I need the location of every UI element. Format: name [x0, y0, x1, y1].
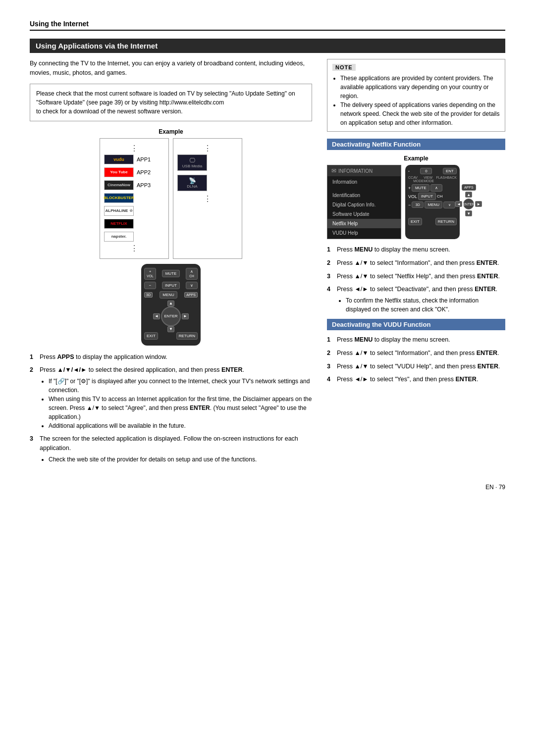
vol-minus-btn[interactable]: −: [144, 282, 156, 289]
envelope-icon: ✉: [331, 167, 336, 174]
vudu-step-content-1: Press MENU to display the menu screen.: [337, 335, 505, 345]
nav-right-btn[interactable]: ►: [182, 313, 189, 319]
step-3: 3 The screen for the selected applicatio…: [30, 434, 312, 464]
nav-row-top: ▲: [167, 301, 174, 306]
return-btn-right[interactable]: RETURN: [435, 218, 457, 225]
avmode-label: AV MODE: [413, 176, 424, 183]
vudu-section-title: Deactivating the VUDU Function: [327, 319, 505, 330]
vol-plus-btn[interactable]: +VOL: [144, 268, 156, 280]
menu-item-identification: Identification: [327, 191, 401, 200]
app1-label: APP1: [137, 156, 151, 162]
netflix-step-1: 1 Press MENU to display the menu screen.: [327, 245, 505, 254]
input-btn[interactable]: INPUT: [162, 282, 180, 289]
viewmode-label: VIEW MODE: [424, 176, 436, 183]
enter-bold-n2: ENTER: [477, 259, 497, 266]
youtube-logo: You Tube: [104, 167, 134, 177]
nav-bold: ▲/▼/◄/►: [57, 366, 87, 373]
netflix-step-content-4: Press ◄/► to select "Deactivate", and th…: [337, 285, 505, 314]
netflix-step-2: 2 Press ▲/▼ to select "Information", and…: [327, 258, 505, 268]
nav-row-bottom: ▼: [167, 326, 174, 332]
alphaline-logo: ALPHALINE ☆: [104, 206, 134, 216]
dlna-icon: 📡 DLNA: [177, 175, 207, 191]
nav-arrows: ▲ ◄ ENTER ► ▼: [144, 301, 198, 332]
apps-right-btn[interactable]: APPS: [462, 184, 476, 191]
3d-btn-small[interactable]: 3D: [412, 202, 424, 208]
ch-up-btn[interactable]: ∧CH: [186, 268, 198, 280]
apps-btn-small[interactable]: ∨: [443, 202, 455, 208]
nav-row-mid: ◄ ENTER ►: [153, 306, 189, 326]
netflix-step-num-1: 1: [327, 245, 335, 254]
usb-icon: 🖵 USB Media: [177, 154, 207, 171]
vudu-step-content-2: Press ▲/▼ to select "Information", and t…: [337, 349, 505, 358]
menu-items: Information Identification Digital Capti…: [327, 176, 401, 239]
sub-step-2b: When using this TV to access an Internet…: [49, 395, 312, 421]
nav-up-btn[interactable]: ▲: [167, 301, 174, 306]
ent-btn[interactable]: ENT: [443, 168, 457, 174]
netflix-logo: NETFLIX: [104, 219, 134, 229]
vudu-step-content-4: Press ◄/► to select "Yes", and then pres…: [337, 375, 505, 384]
mute-btn[interactable]: MUTE: [162, 270, 180, 277]
netflix-sub-steps: To confirm the Netflix status, check the…: [337, 296, 505, 314]
vudu-step-num-2: 2: [327, 349, 335, 358]
enter-circle-right[interactable]: ENTER: [463, 199, 474, 209]
vudu-step-num-4: 4: [327, 375, 335, 384]
nav-left-right[interactable]: ◄: [455, 201, 462, 207]
netflix-step-4: 4 Press ◄/► to select "Deactivate", and …: [327, 285, 505, 314]
3d-btn[interactable]: 3D: [144, 292, 153, 298]
nav-up-right[interactable]: ▲: [465, 192, 472, 198]
enter-bold-v4: ENTER: [456, 376, 477, 383]
app-item-alphaline: ALPHALINE ☆: [104, 206, 164, 216]
vudu-step-3: 3 Press ▲/▼ to select "VUDU Help", and t…: [327, 362, 505, 371]
vudu-step-num-3: 3: [327, 362, 335, 371]
menu-item-software-update: Software Update: [327, 209, 401, 219]
menu-btn[interactable]: MENU: [160, 291, 177, 299]
nav-left-btn[interactable]: ◄: [153, 313, 160, 319]
exit-btn-right[interactable]: EXIT: [408, 218, 422, 225]
note-list: These applications are provided by conte…: [332, 74, 500, 127]
exit-btn[interactable]: EXIT: [144, 332, 158, 340]
sub-steps-3: Check the web site of the provider for d…: [40, 455, 312, 464]
enter-bold-v2: ENTER: [477, 350, 497, 356]
note-item-2: The delivery speed of applications varie…: [340, 101, 500, 127]
blockbuster-logo: BLOCKBUSTER: [104, 193, 134, 203]
remote-netflix: • 0 ENT CC AV MODE VIEW MODE FLASHBACK +…: [405, 165, 460, 239]
app-item-napster: napster.: [104, 232, 164, 242]
menu-btn-small[interactable]: MENU: [425, 201, 442, 208]
vudu-steps-list: 1 Press MENU to display the menu screen.…: [327, 335, 505, 384]
menu-header: ✉ INFORMATION: [327, 165, 401, 176]
main-steps-list: 1 Press APPS to display the application …: [30, 353, 312, 464]
remote-row-2: − INPUT ∨: [144, 282, 198, 289]
step-num-1: 1: [30, 353, 38, 362]
app-item-cinemanow: CinemaNow APP3: [104, 180, 164, 190]
nav-right-right[interactable]: ►: [475, 201, 482, 207]
app-item-dlna: 📡 DLNA: [177, 175, 238, 191]
ch-up-small[interactable]: ∧: [430, 184, 442, 192]
ch-down-btn[interactable]: ∨: [186, 282, 198, 289]
netflix-step-num-3: 3: [327, 272, 335, 281]
apps-bold: APPS: [57, 353, 74, 360]
remote-row-exit: EXIT RETURN: [144, 332, 198, 340]
nav-down-btn[interactable]: ▼: [167, 326, 174, 332]
enter-btn[interactable]: ENTER: [161, 306, 181, 326]
vudu-step-2: 2 Press ▲/▼ to select "Information", and…: [327, 349, 505, 358]
return-btn[interactable]: RETURN: [176, 332, 198, 340]
step-content-2: Press ▲/▼/◄/► to select the desired appl…: [40, 365, 312, 430]
step-1: 1 Press APPS to display the application …: [30, 353, 312, 362]
menu-bold-v1: MENU: [354, 336, 373, 343]
input-btn-small[interactable]: INPUT: [418, 193, 436, 200]
zero-btn[interactable]: 0: [420, 168, 432, 174]
netflix-step-num-2: 2: [327, 258, 335, 268]
apps-btn[interactable]: APPS: [184, 292, 198, 298]
remote-left: +VOL MUTE ∧CH − INPUT ∨ 3D MENU APPS: [141, 264, 201, 346]
left-column: By connecting the TV to the Internet, yo…: [30, 59, 312, 469]
remote-row-3: 3D MENU APPS: [144, 291, 198, 299]
cc-label: CC: [408, 176, 413, 183]
menu-item-blank: [327, 187, 401, 191]
netflix-step-content-2: Press ▲/▼ to select "Information", and t…: [337, 258, 505, 268]
menu-item-netflix-help: Netflix Help: [327, 219, 401, 228]
header-title: Using the Internet: [30, 20, 505, 28]
mute-btn-small[interactable]: MUTE: [412, 184, 429, 192]
nav-down-right[interactable]: ▼: [465, 210, 472, 216]
vudu-step-1: 1 Press MENU to display the menu screen.: [327, 335, 505, 345]
app3-label: APP3: [137, 182, 151, 188]
